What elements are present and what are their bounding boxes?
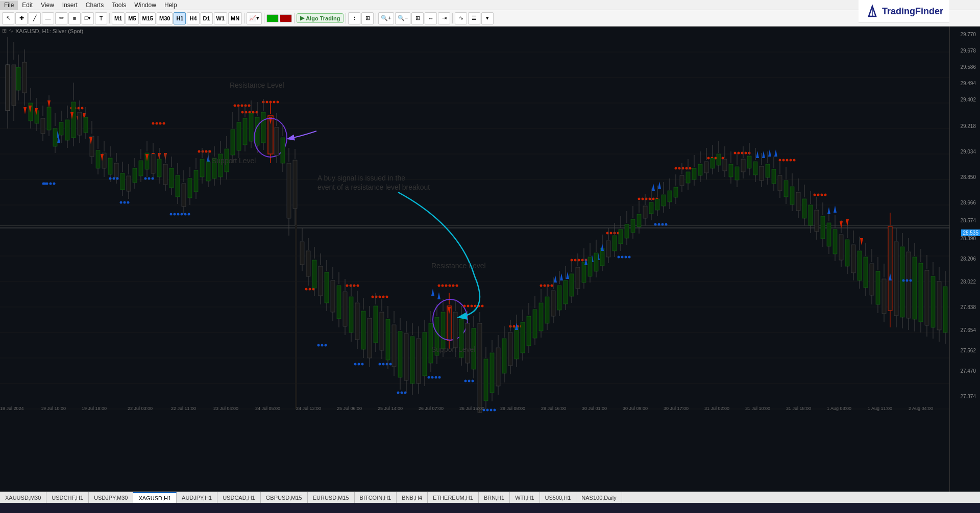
text-tool[interactable]: T	[95, 12, 107, 24]
chart-tab[interactable]: BRN,H1	[479, 492, 510, 503]
tf-w1[interactable]: W1	[214, 12, 228, 24]
draw-tools[interactable]: ✏	[55, 12, 67, 24]
svg-point-475	[625, 256, 627, 259]
chart-tab[interactable]: XAGUSD,H1	[133, 492, 177, 503]
svg-marker-459	[607, 243, 610, 250]
svg-rect-309	[404, 334, 408, 380]
tf-h4[interactable]: H4	[187, 12, 199, 24]
tf-h1[interactable]: H1	[174, 12, 186, 24]
auto-scroll[interactable]: ↔	[425, 12, 437, 24]
bear-color[interactable]	[280, 14, 292, 22]
svg-point-130	[144, 177, 147, 180]
price-p5: 29.218	[960, 123, 978, 129]
svg-text:30 Jul 01:00: 30 Jul 01:00	[582, 406, 607, 411]
cursor-tool[interactable]: ↖	[2, 12, 14, 24]
tf-m5[interactable]: M5	[126, 12, 138, 24]
menu-insert[interactable]: Insert	[58, 1, 82, 10]
crosshair-tool[interactable]: ✚	[15, 12, 28, 24]
svg-point-295	[393, 363, 396, 366]
shapes-tool[interactable]: □▾	[82, 12, 94, 24]
menu-view[interactable]: View	[37, 1, 58, 10]
svg-rect-359	[465, 323, 470, 363]
svg-point-520	[689, 167, 692, 170]
chart-tab[interactable]: AUDJPY,H1	[177, 492, 217, 503]
chart-tab[interactable]: USDCAD,H1	[217, 492, 261, 503]
svg-point-313	[445, 285, 448, 287]
svg-point-271	[354, 363, 357, 366]
svg-rect-64	[65, 120, 69, 140]
menu-edit[interactable]: Edit	[18, 1, 37, 10]
svg-rect-673	[919, 263, 923, 322]
more-btn[interactable]: ▾	[481, 12, 494, 24]
svg-point-107	[152, 122, 155, 125]
chart-tab[interactable]: XAUUSD,M30	[0, 492, 46, 503]
tf-m15[interactable]: M15	[140, 12, 156, 24]
grid-btn[interactable]: ⊞	[411, 12, 424, 24]
algo-trading-button[interactable]: ▶ Algo Trading	[297, 13, 344, 23]
hline-tool[interactable]: —	[42, 12, 54, 24]
svg-rect-404	[527, 316, 531, 346]
zoom-out-btn[interactable]: 🔍−	[395, 12, 410, 24]
svg-marker-397	[521, 325, 524, 332]
svg-point-539	[718, 157, 721, 160]
chart-tab[interactable]: GBPUSD,M15	[261, 492, 308, 503]
svg-point-356	[478, 305, 480, 307]
svg-point-357	[481, 305, 484, 307]
price-p3: 29.494	[960, 81, 978, 86]
price-p12: 28.022	[960, 279, 978, 285]
svg-point-291	[379, 363, 381, 366]
svg-rect-394	[514, 327, 519, 359]
nav-btn[interactable]: ⋮	[348, 12, 360, 24]
bull-color[interactable]	[266, 14, 279, 22]
chart-tab[interactable]: USDCHF,H1	[46, 492, 89, 503]
svg-rect-31	[16, 67, 20, 90]
menu-window[interactable]: Window	[130, 1, 160, 10]
menu-help[interactable]: Help	[160, 1, 181, 10]
chart-type-selector[interactable]: 📈▾	[247, 12, 262, 24]
zoom-in-btn[interactable]: 🔍+	[378, 12, 394, 24]
svg-rect-614	[821, 216, 825, 239]
objects-btn[interactable]: ☰	[468, 12, 480, 24]
svg-marker-627	[840, 221, 843, 228]
chart-tab[interactable]: WTI,H1	[510, 492, 540, 503]
chart-tab[interactable]: BITCOIN,H1	[355, 492, 397, 503]
indicator-btn[interactable]: ∿	[455, 12, 467, 24]
svg-rect-534	[704, 162, 708, 173]
svg-rect-554	[735, 167, 739, 180]
fib-tool[interactable]: ≡	[68, 12, 81, 24]
svg-point-184	[248, 105, 251, 107]
depth-btn[interactable]: ⊞	[361, 12, 374, 24]
svg-point-60	[74, 107, 77, 110]
menu-file[interactable]: File	[0, 1, 18, 10]
svg-point-345	[433, 299, 468, 340]
svg-marker-399	[533, 320, 536, 327]
svg-rect-571	[760, 166, 764, 181]
chart-tab[interactable]: US500,H1	[540, 492, 577, 503]
svg-rect-499	[655, 199, 659, 210]
price-p8: 28.666	[960, 200, 978, 206]
line-tool[interactable]: ╱	[29, 12, 41, 24]
tf-mn[interactable]: MN	[228, 12, 242, 24]
tf-m1[interactable]: M1	[112, 12, 125, 24]
tf-m30[interactable]: M30	[157, 12, 173, 24]
chart-tab[interactable]: EURUSD,M15	[308, 492, 355, 503]
svg-point-237	[305, 288, 308, 291]
chart-tab[interactable]: USDJPY,M30	[89, 492, 133, 503]
svg-point-262	[350, 285, 352, 287]
svg-point-537	[711, 157, 714, 160]
menu-tools[interactable]: Tools	[108, 1, 130, 10]
tf-d1[interactable]: D1	[201, 12, 213, 24]
svg-rect-565	[747, 156, 751, 168]
menu-charts[interactable]: Charts	[82, 1, 108, 10]
chart-shift[interactable]: ⇥	[438, 12, 450, 24]
svg-marker-575	[768, 149, 771, 157]
chart-area: ⊞ ∿ XAGUSD, H1: Silver (Spot) 28.535 29.…	[0, 27, 980, 492]
chart-tab[interactable]: NAS100,Daily	[576, 492, 622, 503]
svg-point-612	[824, 194, 827, 196]
chart-tab[interactable]: BNB,H4	[397, 492, 428, 503]
chart-tab[interactable]: ETHEREUM,H1	[428, 492, 479, 503]
svg-rect-528	[692, 168, 696, 179]
svg-point-488	[645, 198, 648, 200]
chart-svg: Resistance Level Support Level A buy sig…	[0, 27, 949, 414]
svg-rect-222	[281, 138, 285, 163]
